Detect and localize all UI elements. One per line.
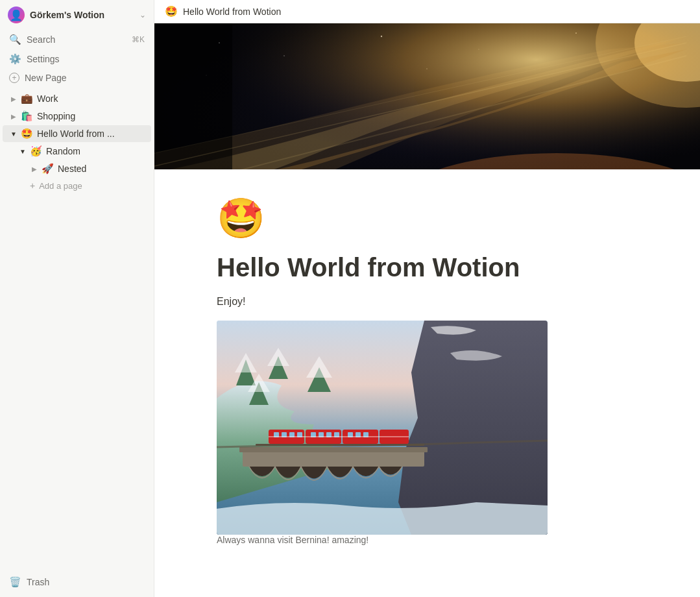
work-icon: 💼	[21, 93, 33, 104]
sidebar-item-shopping[interactable]: ▶ 🛍️ Shopping	[3, 108, 151, 125]
topbar: 🤩 Hello World from Wotion	[154, 0, 700, 23]
new-page-label: New Page	[25, 73, 145, 83]
shopping-label: Shopping	[37, 111, 146, 121]
settings-button[interactable]: ⚙️ Settings	[3, 50, 151, 68]
chevron-down-icon: ⌄	[139, 10, 146, 19]
hero-svg	[154, 23, 700, 169]
expand-arrow-shopping[interactable]: ▶	[8, 110, 19, 122]
search-shortcut: ⌘K	[132, 35, 145, 44]
svg-rect-13	[154, 23, 232, 169]
nav-section: ▶ 💼 Work ▶ 🛍️ Shopping ▼ 🤩 Hello World f…	[0, 90, 154, 194]
topbar-title-text: Hello World from Wotion	[183, 6, 281, 17]
page-title: Hello World from Wotion	[217, 252, 638, 283]
nested-icon: 🚀	[42, 163, 54, 175]
work-label: Work	[37, 93, 146, 104]
page-body: 🤩 Hello World from Wotion Enjoy!	[154, 169, 700, 597]
plus-icon: +	[30, 180, 35, 191]
expand-arrow-work[interactable]: ▶	[8, 93, 19, 104]
workspace-header[interactable]: 👤 Görkem's Wotion ⌄	[0, 0, 154, 30]
trash-button[interactable]: 🗑️ Trash	[3, 573, 151, 591]
hello-world-label: Hello World from ...	[37, 128, 146, 139]
search-label: Search	[27, 34, 132, 45]
topbar-title-area: 🤩 Hello World from Wotion	[165, 5, 281, 18]
avatar: 👤	[8, 6, 25, 23]
sidebar: 👤 Görkem's Wotion ⌄ 🔍 Search ⌘K ⚙️ Setti…	[0, 0, 154, 597]
sidebar-item-random[interactable]: ▼ 🥳 Random	[3, 143, 151, 160]
page-icon: 🤩	[217, 195, 638, 241]
shopping-icon: 🛍️	[21, 110, 33, 122]
page-intro: Enjoy!	[217, 293, 638, 310]
nested-label: Nested	[58, 164, 146, 174]
add-page-label: Add a page	[39, 181, 82, 191]
train-image-svg	[217, 321, 548, 535]
sidebar-item-work[interactable]: ▶ 💼 Work	[3, 90, 151, 107]
new-page-button[interactable]: + New Page	[3, 69, 151, 86]
image-caption: Always wanna visit Bernina! amazing!	[217, 535, 638, 545]
expand-arrow-hello-world[interactable]: ▼	[8, 128, 19, 140]
settings-icon: ⚙️	[9, 53, 21, 65]
new-page-icon: +	[9, 73, 19, 83]
svg-rect-20	[239, 447, 428, 452]
sidebar-bottom: 🗑️ Trash	[0, 573, 154, 597]
svg-rect-37	[269, 436, 409, 437]
content-image	[217, 321, 548, 535]
workspace-name: Görkem's Wotion	[30, 10, 139, 20]
search-icon: 🔍	[9, 34, 21, 45]
add-page-button[interactable]: + Add a page	[3, 178, 151, 193]
sidebar-item-nested[interactable]: ▶ 🚀 Nested	[3, 160, 151, 177]
expand-arrow-random[interactable]: ▼	[17, 145, 29, 157]
main-content: 🤩 Hello World from Wotion	[154, 0, 700, 597]
sidebar-item-hello-world[interactable]: ▼ 🤩 Hello World from ...	[3, 125, 151, 142]
random-label: Random	[46, 146, 146, 156]
hello-world-icon: 🤩	[21, 128, 33, 140]
settings-label: Settings	[27, 54, 145, 64]
topbar-emoji: 🤩	[165, 5, 178, 18]
expand-arrow-nested[interactable]: ▶	[29, 163, 40, 175]
random-icon: 🥳	[30, 145, 42, 157]
trash-icon: 🗑️	[9, 576, 21, 588]
search-button[interactable]: 🔍 Search ⌘K	[3, 30, 151, 49]
hero-image	[154, 23, 700, 169]
svg-rect-19	[243, 450, 424, 467]
trash-label: Trash	[27, 577, 49, 587]
